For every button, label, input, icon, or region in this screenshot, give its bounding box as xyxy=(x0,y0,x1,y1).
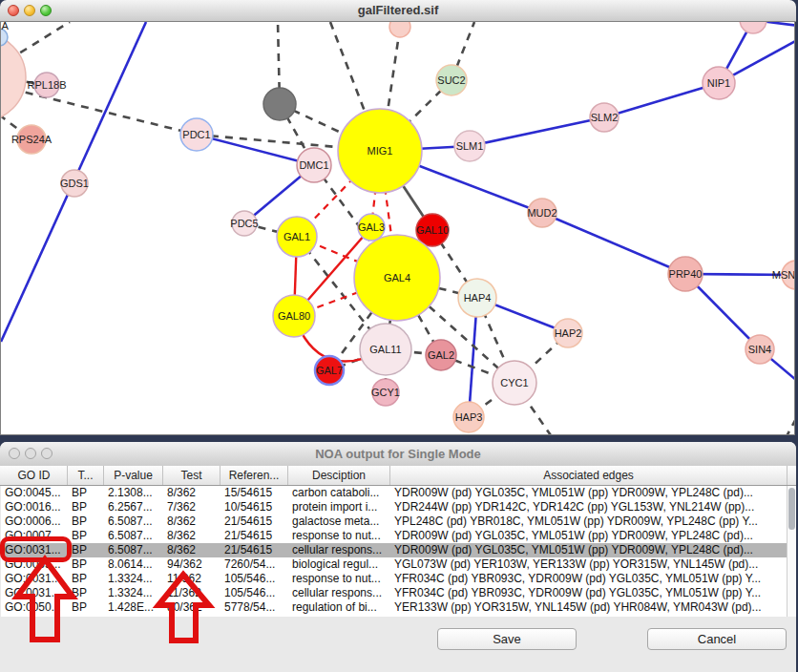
cancel-button[interactable]: Cancel xyxy=(647,628,787,650)
cell-reference: 5778/54... xyxy=(220,600,288,615)
table-row[interactable]: GO:0031...BP6.5087...8/36221/54615cellul… xyxy=(1,543,787,557)
column-header-test[interactable]: Test xyxy=(163,466,220,485)
table-row[interactable]: GO:0031...BP1.3324...11/362105/546...cel… xyxy=(1,586,787,600)
node-label-HAP3: HAP3 xyxy=(455,411,483,423)
cell-type: BP xyxy=(68,586,104,600)
cell-p_value: 2.1308... xyxy=(104,486,163,500)
cell-p_value: 1.3324... xyxy=(104,572,163,586)
table-row[interactable]: GO:0050...BP1.428E...80/3625778/54...reg… xyxy=(1,600,787,615)
node-label-GCY1: GCY1 xyxy=(371,387,400,398)
close-button[interactable] xyxy=(8,5,19,16)
edge-blue xyxy=(542,213,685,274)
node-label-HAP2: HAP2 xyxy=(555,327,582,339)
cell-type: BP xyxy=(68,572,104,586)
column-header-type[interactable]: T... xyxy=(68,466,104,485)
cell-description: cellular respons... xyxy=(288,586,390,600)
cell-p_value: 6.5087... xyxy=(104,514,163,529)
node-label-RPL18B: RPL18B xyxy=(28,79,67,91)
cell-p_value: 1.3324... xyxy=(104,586,163,600)
node-label-GAL2: GAL2 xyxy=(428,349,454,361)
cell-type: BP xyxy=(68,600,104,615)
cell-description: protein import i... xyxy=(288,500,390,514)
node-label-GAL3: GAL3 xyxy=(358,221,385,233)
noa-window-titlebar[interactable]: NOA output for Single Mode xyxy=(0,442,796,467)
cell-description: regulation of bi... xyxy=(288,600,390,615)
network-window-title: galFiltered.sif xyxy=(358,3,439,17)
cell-reference: 15/54615 xyxy=(220,486,288,500)
table-header[interactable]: GO IDT...P-valueTestReferen...Desciption… xyxy=(0,466,796,486)
column-header-description[interactable]: Desciption xyxy=(288,466,390,485)
cell-edges: YER133W (pp) YOR315W, YNL145W (pd) YHR08… xyxy=(390,600,787,615)
edge-dash xyxy=(786,413,795,435)
node-label-RPS24A: RPS24A xyxy=(11,134,52,145)
network-window-titlebar[interactable]: galFiltered.sif xyxy=(0,0,796,22)
table-scrollbar[interactable] xyxy=(787,486,796,617)
node-label-PDC1: PDC1 xyxy=(182,129,210,140)
close-button-inactive[interactable] xyxy=(9,448,20,459)
table-row[interactable]: GO:0006...BP6.5087...8/36221/54615galact… xyxy=(1,514,787,529)
cell-test: 80/362 xyxy=(163,600,220,615)
cell-test: 94/362 xyxy=(163,557,220,572)
cell-go_id: GO:0050... xyxy=(1,600,68,615)
table-row[interactable]: GO:0045...BP2.1308...8/36215/54615carbon… xyxy=(1,486,787,500)
node-label-HAP4: HAP4 xyxy=(464,292,492,304)
cell-reference: 21/54615 xyxy=(220,543,288,557)
column-header-p_value[interactable]: P-value xyxy=(104,466,163,485)
table-row[interactable]: GO:0065...BP8.0614...94/3627260/54...bio… xyxy=(1,557,787,572)
cell-go_id: GO:0016... xyxy=(1,500,68,514)
column-header-reference[interactable]: Referen... xyxy=(220,466,288,485)
cell-p_value: 6.5087... xyxy=(104,543,163,557)
cell-go_id: GO:0031... xyxy=(1,586,68,600)
cell-description: cellular respons... xyxy=(288,543,390,557)
minimize-button-inactive[interactable] xyxy=(25,448,36,459)
node-gray-node[interactable] xyxy=(263,88,296,120)
cell-go_id: GO:0031... xyxy=(1,572,68,586)
cell-edges: YFR034C (pd) YBR093C, YDR009W (pd) YGL03… xyxy=(390,586,787,600)
minimize-button[interactable] xyxy=(24,5,35,16)
node-label-MUD2: MUD2 xyxy=(527,207,556,219)
cell-type: BP xyxy=(68,514,104,529)
cell-type: BP xyxy=(68,500,104,514)
node-label-PRP40: PRP40 xyxy=(669,268,703,280)
node-top-cut[interactable] xyxy=(389,22,410,37)
column-header-edges[interactable]: Associated edges xyxy=(390,466,788,485)
network-graph: 17ARPL18BRPS24APDC1GDS1DMC1MIG1SUC2SLM1S… xyxy=(1,22,795,435)
save-button[interactable]: Save xyxy=(437,628,577,650)
node-label-CYC1: CYC1 xyxy=(500,377,528,388)
cell-test: 7/362 xyxy=(163,500,220,514)
node-topright[interactable] xyxy=(740,22,766,33)
cell-type: BP xyxy=(68,543,104,557)
cell-p_value: 1.428E... xyxy=(104,600,163,615)
node-label-DMC1: DMC1 xyxy=(299,159,328,171)
node-label-MIG1: MIG1 xyxy=(368,145,393,157)
noa-window-title: NOA output for Single Mode xyxy=(315,447,481,461)
node-label-GAL10: GAL10 xyxy=(416,224,449,236)
zoom-button-inactive[interactable] xyxy=(41,448,52,459)
scrollbar-thumb[interactable] xyxy=(788,488,795,530)
cell-description: carbon cataboli... xyxy=(288,486,390,500)
column-header-go_id[interactable]: GO ID xyxy=(1,466,68,485)
cell-edges: YPL248C (pd) YBR018C, YML051W (pp) YDR00… xyxy=(390,514,787,529)
cell-test: 8/362 xyxy=(163,514,220,529)
cell-edges: YDR009W (pd) YGL035C, YML051W (pp) YDR00… xyxy=(390,543,787,557)
cell-p_value: 6.5087... xyxy=(104,529,163,543)
desktop: { "window1": { "title": "galFiltered.sif… xyxy=(0,0,798,672)
table-row[interactable]: GO:0016...BP6.2567...7/36210/54615protei… xyxy=(1,500,787,514)
node-label-NIP1: NIP1 xyxy=(707,77,730,89)
cell-type: BP xyxy=(68,557,104,572)
node-label-PDC5: PDC5 xyxy=(230,218,258,229)
cell-edges: YDR009W (pd) YGL035C, YML051W (pp) YDR00… xyxy=(390,486,787,500)
zoom-button[interactable] xyxy=(40,5,52,16)
annotation-rect-go-id xyxy=(0,536,72,562)
node-big-left[interactable] xyxy=(1,33,26,121)
cell-description: response to nut... xyxy=(288,529,390,543)
table-row[interactable]: GO:0007...BP6.5087...8/36221/54615respon… xyxy=(1,529,787,543)
node-label-MSN-cut: MSN xyxy=(772,269,795,281)
cell-test: 8/362 xyxy=(163,486,220,500)
node-label-GAL11: GAL11 xyxy=(369,344,401,355)
cell-go_id: GO:0006... xyxy=(1,514,68,529)
network-canvas[interactable]: 17ARPL18BRPS24APDC1GDS1DMC1MIG1SUC2SLM1S… xyxy=(0,21,795,435)
table-row[interactable]: GO:0031...BP1.3324...11/362105/546...res… xyxy=(1,572,787,586)
node-label-corner: 17A xyxy=(1,22,9,32)
cell-test: 8/362 xyxy=(163,543,220,557)
